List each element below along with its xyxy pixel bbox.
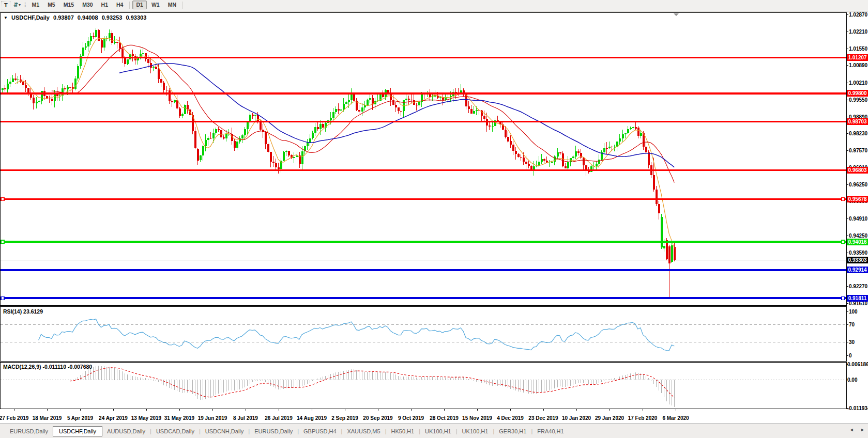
arrange-charts-icon[interactable]: ⇵ [13,2,18,8]
candles-layer [2,30,676,263]
text-tool-button[interactable]: T [2,1,10,9]
symbol-tab-uk100-h1[interactable]: UK100,H1 [420,427,456,436]
timeframe-button-w1[interactable]: W1 [148,1,163,9]
toolbar-separator [182,2,183,9]
timeframe-button-h4[interactable]: H4 [113,1,127,9]
symbol-tab-usdchf-daily[interactable]: USDCHF,Daily [53,426,102,436]
symbol-tab-xauusd-m5[interactable]: XAUUSD,M5 [342,427,385,436]
symbol-tab-usdcad-daily[interactable]: USDCAD,Daily [151,427,199,436]
symbol-tab-fra40-h1[interactable]: FRA40,H1 [532,427,568,436]
symbol-tab-ger30-h1[interactable]: GER30,H1 [494,427,531,436]
timeframe-button-d1[interactable]: D1 [132,1,146,9]
symbol-tab-eurusd-daily[interactable]: EURUSD,Daily [5,427,53,436]
hline-handle[interactable] [1,198,4,201]
dropdown-caret-icon[interactable]: ▾ [19,3,21,7]
symbol-tab-eurusd-daily[interactable]: EURUSD,Daily [250,427,297,436]
main-pane-border [1,13,847,306]
chart-canvas[interactable] [0,0,868,438]
timeframe-button-m1[interactable]: M1 [28,1,43,9]
symbol-tab-gbpusd-h4[interactable]: GBPUSD,H4 [299,427,341,436]
hline-handle[interactable] [842,296,845,300]
tab-scroll-arrows: ◄ ► [844,427,865,432]
timeframe-button-mn[interactable]: MN [164,1,180,9]
symbol-tab-hk50-h1[interactable]: HK50,H1 [386,427,419,436]
toolbar-grip-icon: ⁞⁞ [24,2,25,8]
top-toolbar: T ⇵ ▾ ⁞⁞ M1M5M15M30H1H4D1W1MN [0,0,868,10]
symbol-tab-usdcnh-daily[interactable]: USDCNH,Daily [201,427,249,436]
rsi-line [39,319,675,351]
ma-fast-line [15,38,674,248]
up-wicks [3,28,672,262]
symbol-tab-uk100-h1[interactable]: UK100,H1 [458,427,493,436]
hline-handle[interactable] [842,198,845,201]
macd-histogram [70,366,675,407]
hline-handle[interactable] [842,240,845,243]
tab-next-icon[interactable]: ► [860,427,865,432]
toolbar-bottom-edge [0,10,868,12]
symbol-tab-audusd-daily[interactable]: AUDUSD,Daily [102,427,150,436]
timeframe-button-h1[interactable]: H1 [98,1,112,9]
symbol-tab-bar: EURUSD,DailyUSDCHF,DailyAUDUSD,Daily|USD… [0,424,868,438]
macd-pane-border [1,363,847,409]
timeframe-button-m5[interactable]: M5 [44,1,59,9]
timeframe-button-m15[interactable]: M15 [60,1,78,9]
tab-prev-icon[interactable]: ◄ [849,427,854,432]
ma-mid-line [52,45,675,182]
timeframe-button-m30[interactable]: M30 [79,1,96,9]
hline-handle[interactable] [1,296,4,300]
down-wicks [5,29,675,298]
chart-shift-marker-icon [674,13,679,16]
hline-handle[interactable] [1,240,4,243]
toolbar-separator [129,2,130,9]
